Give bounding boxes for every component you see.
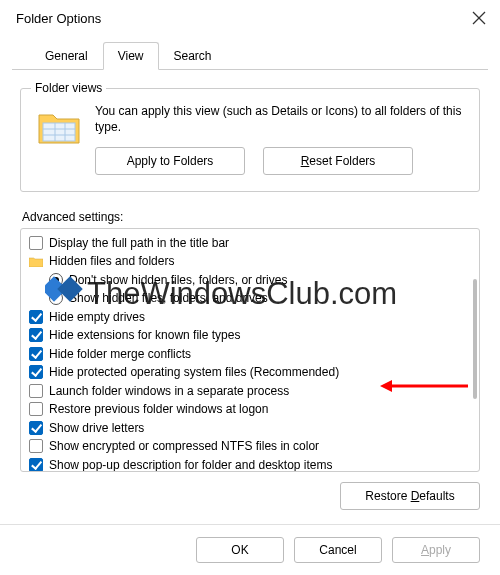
window-title: Folder Options bbox=[16, 11, 101, 26]
list-item[interactable]: Show drive letters bbox=[29, 418, 469, 437]
checkbox-icon[interactable] bbox=[29, 421, 43, 435]
close-icon[interactable] bbox=[472, 11, 486, 25]
folder-views-description: You can apply this view (such as Details… bbox=[95, 103, 463, 135]
list-item-label: Don't show hidden files, folders, or dri… bbox=[69, 273, 287, 287]
tab-bar: General View Search bbox=[12, 40, 488, 70]
folder-views-label: Folder views bbox=[31, 81, 106, 95]
ok-button[interactable]: OK bbox=[196, 537, 284, 563]
checkbox-icon[interactable] bbox=[29, 384, 43, 398]
list-item-label: Restore previous folder windows at logon bbox=[49, 402, 268, 416]
checkbox-icon[interactable] bbox=[29, 347, 43, 361]
cancel-button[interactable]: Cancel bbox=[294, 537, 382, 563]
checkbox-icon[interactable] bbox=[29, 328, 43, 342]
tab-general[interactable]: General bbox=[30, 42, 103, 70]
list-item[interactable]: Hide empty drives bbox=[29, 307, 469, 326]
checkbox-icon[interactable] bbox=[29, 365, 43, 379]
reset-folders-button[interactable]: Reset Folders bbox=[263, 147, 413, 175]
list-item[interactable]: Show encrypted or compressed NTFS files … bbox=[29, 437, 469, 456]
list-item[interactable]: Don't show hidden files, folders, or dri… bbox=[29, 270, 469, 289]
list-item-label: Show encrypted or compressed NTFS files … bbox=[49, 439, 319, 453]
list-item[interactable]: Restore previous folder windows at logon bbox=[29, 400, 469, 419]
list-item-label: Launch folder windows in a separate proc… bbox=[49, 384, 289, 398]
list-item-label: Show hidden files, folders, and drives bbox=[69, 291, 268, 305]
list-item[interactable]: Show pop-up description for folder and d… bbox=[29, 455, 469, 472]
checkbox-icon[interactable] bbox=[29, 236, 43, 250]
list-item-label: Hide folder merge conflicts bbox=[49, 347, 191, 361]
checkbox-icon[interactable] bbox=[29, 458, 43, 472]
dialog-footer: OK Cancel Apply bbox=[0, 524, 500, 575]
list-item[interactable]: Hide protected operating system files (R… bbox=[29, 363, 469, 382]
folder-views-group: Folder views You can apply this view (su… bbox=[20, 88, 480, 192]
svg-rect-2 bbox=[43, 123, 75, 141]
checkbox-icon[interactable] bbox=[29, 310, 43, 324]
folder-icon bbox=[37, 107, 81, 147]
list-item[interactable]: Hidden files and folders bbox=[29, 252, 469, 271]
list-item-label: Display the full path in the title bar bbox=[49, 236, 229, 250]
restore-defaults-button[interactable]: Restore Defaults bbox=[340, 482, 480, 510]
radio-icon[interactable] bbox=[49, 273, 63, 287]
list-item-label: Show drive letters bbox=[49, 421, 144, 435]
list-item-label: Hide protected operating system files (R… bbox=[49, 365, 339, 379]
advanced-settings-label: Advanced settings: bbox=[22, 210, 480, 224]
list-item-label: Hide extensions for known file types bbox=[49, 328, 240, 342]
tab-content: Folder views You can apply this view (su… bbox=[0, 70, 500, 520]
checkbox-icon[interactable] bbox=[29, 402, 43, 416]
list-item-label: Hide empty drives bbox=[49, 310, 145, 324]
tab-search[interactable]: Search bbox=[159, 42, 227, 70]
list-item[interactable]: Launch folder windows in a separate proc… bbox=[29, 381, 469, 400]
apply-to-folders-button[interactable]: Apply to Folders bbox=[95, 147, 245, 175]
list-item-label: Show pop-up description for folder and d… bbox=[49, 458, 333, 472]
list-item[interactable]: Hide extensions for known file types bbox=[29, 326, 469, 345]
list-item[interactable]: Show hidden files, folders, and drives bbox=[29, 289, 469, 308]
list-item[interactable]: Hide folder merge conflicts bbox=[29, 344, 469, 363]
scrollbar-thumb[interactable] bbox=[473, 279, 477, 399]
reset-folders-label: eset Folders bbox=[309, 154, 375, 168]
tab-view[interactable]: View bbox=[103, 42, 159, 70]
list-item-label: Hidden files and folders bbox=[49, 254, 174, 268]
advanced-settings-list: Display the full path in the title barHi… bbox=[20, 228, 480, 472]
titlebar: Folder Options bbox=[0, 0, 500, 36]
radio-icon[interactable] bbox=[49, 291, 63, 305]
checkbox-icon[interactable] bbox=[29, 439, 43, 453]
list-item[interactable]: Display the full path in the title bar bbox=[29, 233, 469, 252]
apply-button[interactable]: Apply bbox=[392, 537, 480, 563]
folder-icon bbox=[29, 256, 43, 267]
